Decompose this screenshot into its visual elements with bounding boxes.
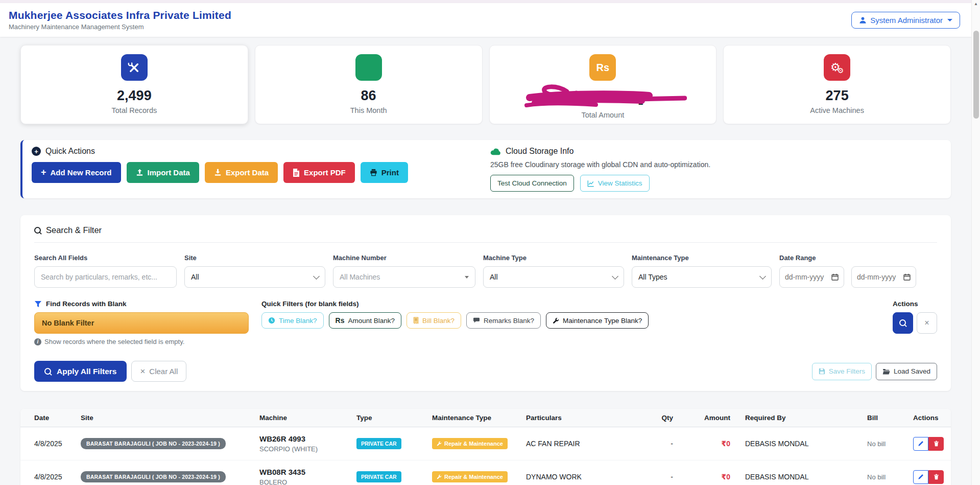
scrollbar[interactable]: ▲ — [971, 0, 980, 485]
blank-filter-row: Find Records with Blank No Blank Filter … — [34, 300, 937, 345]
apply-all-filters-button[interactable]: Apply All Filters — [34, 361, 127, 382]
table-header-row: Date Site Machine Type Maintenance Type … — [20, 409, 951, 427]
pencil-icon — [918, 441, 924, 447]
remarks-blank-pill[interactable]: Remarks Blank? — [466, 312, 541, 329]
search-filter-title: Search & Filter — [46, 225, 102, 235]
clear-all-button[interactable]: × Clear All — [131, 361, 186, 382]
person-icon — [859, 16, 867, 24]
blank-clear-button[interactable]: × — [917, 312, 937, 334]
test-cloud-connection-button[interactable]: Test Cloud Connection — [490, 175, 574, 192]
delete-record-button[interactable] — [928, 437, 944, 451]
table-row: 4/8/2025 BARASAT BARAJAGULI ( JOB NO - 2… — [20, 427, 951, 460]
stat-card-total-records: 2,499 Total Records — [20, 45, 248, 124]
machine-type-badge: PRIVATE CAR — [356, 438, 401, 449]
scrollbar-thumb[interactable] — [973, 31, 979, 119]
search-icon — [899, 319, 906, 327]
edit-record-button[interactable] — [913, 437, 928, 451]
cell-required-by: DEBASIS MONDAL — [734, 427, 863, 460]
col-amount: Amount — [677, 409, 734, 427]
export-pdf-button[interactable]: Export PDF — [283, 162, 355, 183]
x-icon: × — [924, 318, 929, 328]
machine-type-select[interactable]: All — [483, 266, 624, 288]
cell-bill: No bill — [867, 473, 886, 481]
funnel-icon — [34, 301, 42, 308]
cloud-description: 25GB free Cloudinary storage with global… — [490, 160, 710, 169]
stat-value: 275 — [826, 88, 849, 104]
actions-label: Actions — [893, 300, 937, 308]
quick-actions-buttons: + Add New Record Import Data Export Da — [32, 162, 481, 183]
delete-record-button[interactable] — [928, 470, 944, 484]
field-date-range: Date Range — [779, 254, 916, 288]
view-statistics-button[interactable]: View Statistics — [580, 175, 650, 192]
col-qty: Qty — [656, 409, 677, 427]
stat-label: This Month — [350, 106, 387, 114]
quick-actions-panel: + Quick Actions + Add New Record Import … — [20, 140, 951, 198]
maintenance-type-badge: Repair & Maintenance — [432, 471, 508, 482]
quick-filters-label: Quick Filters (for blank fields) — [261, 300, 649, 308]
calendar-icon[interactable] — [903, 273, 911, 281]
cell-amount: ₹0 — [721, 440, 730, 448]
site-select[interactable]: All — [184, 266, 325, 288]
maintenance-type-blank-pill[interactable]: Maintenance Type Blank? — [546, 312, 649, 329]
quick-filters-block: Quick Filters (for blank fields) Time Bl… — [261, 300, 649, 345]
print-button[interactable]: Print — [361, 162, 408, 183]
chart-icon — [587, 180, 594, 187]
records-table-panel: Date Site Machine Type Maintenance Type … — [20, 409, 951, 485]
col-particulars: Particulars — [522, 409, 656, 427]
machine-number: WB26R 4993 — [259, 434, 348, 443]
site-badge: BARASAT BARAJAGULI ( JOB NO - 2023-2024-… — [81, 471, 226, 482]
edit-record-button[interactable] — [913, 470, 928, 484]
app-subtitle: Machinery Maintenance Management System — [9, 23, 231, 31]
load-saved-button[interactable]: Load Saved — [876, 363, 937, 380]
redacted-amount-scribble: 2 — [518, 84, 687, 108]
chevron-down-icon — [313, 273, 320, 280]
amount-blank-pill[interactable]: Rs Amount Blank? — [329, 312, 401, 329]
rupee-text-icon: Rs — [336, 316, 345, 325]
search-all-input[interactable] — [34, 266, 177, 288]
machine-number: WB08R 3435 — [259, 468, 348, 476]
blank-search-button[interactable] — [893, 312, 913, 334]
records-table: Date Site Machine Type Maintenance Type … — [20, 409, 951, 485]
receipt-icon — [413, 317, 419, 324]
quick-actions-heading: + Quick Actions — [32, 147, 481, 156]
cell-bill: No bill — [867, 440, 886, 448]
machine-model: SCORPIO (WHITE) — [259, 445, 348, 453]
import-data-button[interactable]: Import Data — [127, 162, 199, 183]
blank-filter-select[interactable]: No Blank Filter — [34, 312, 249, 334]
row-actions — [913, 437, 947, 451]
time-blank-pill[interactable]: Time Blank? — [261, 312, 324, 329]
calendar-icon[interactable] — [831, 273, 839, 281]
export-data-button[interactable]: Export Data — [205, 162, 278, 183]
scrollbar-up-icon[interactable]: ▲ — [972, 2, 980, 6]
stat-label: Active Machines — [810, 106, 864, 114]
field-label: Machine Type — [483, 254, 624, 262]
machine-model: BOLERO — [259, 478, 348, 485]
field-search-all: Search All Fields — [34, 254, 177, 288]
maintenance-type-badge: Repair & Maintenance — [432, 438, 508, 449]
blank-filter-label: Find Records with Blank — [34, 300, 249, 308]
quick-actions-section: + Quick Actions + Add New Record Import … — [32, 147, 481, 198]
field-label: Site — [184, 254, 325, 262]
row-actions — [913, 470, 947, 484]
user-menu-label: System Administrator — [870, 16, 943, 25]
bill-blank-pill[interactable]: Bill Blank? — [407, 312, 461, 329]
green-square-icon — [355, 54, 382, 81]
stat-card-total-amount: Rs 2 Total Amount — [489, 45, 717, 124]
user-menu-button[interactable]: System Administrator — [851, 12, 960, 29]
cell-qty: - — [656, 460, 677, 485]
info-icon: i — [34, 338, 41, 345]
date-from-wrapper — [779, 266, 844, 288]
blank-actions-block: Actions × — [893, 300, 937, 345]
date-from-input[interactable] — [785, 273, 828, 281]
maintenance-type-select[interactable]: All Types — [632, 266, 772, 288]
blank-filter-block: Find Records with Blank No Blank Filter … — [34, 300, 249, 345]
date-to-input[interactable] — [857, 273, 900, 281]
plus-circle-icon: + — [32, 147, 41, 156]
machine-number-select[interactable]: All Machines — [333, 266, 475, 288]
filter-actions-row: Apply All Filters × Clear All Save Filte… — [34, 361, 937, 382]
filter-fields-row: Search All Fields Site All Machine Numbe… — [34, 254, 937, 288]
add-new-record-button[interactable]: + Add New Record — [32, 162, 121, 183]
trash-icon — [934, 474, 939, 480]
save-filters-button[interactable]: Save Filters — [812, 363, 872, 380]
pdf-icon — [293, 169, 300, 177]
